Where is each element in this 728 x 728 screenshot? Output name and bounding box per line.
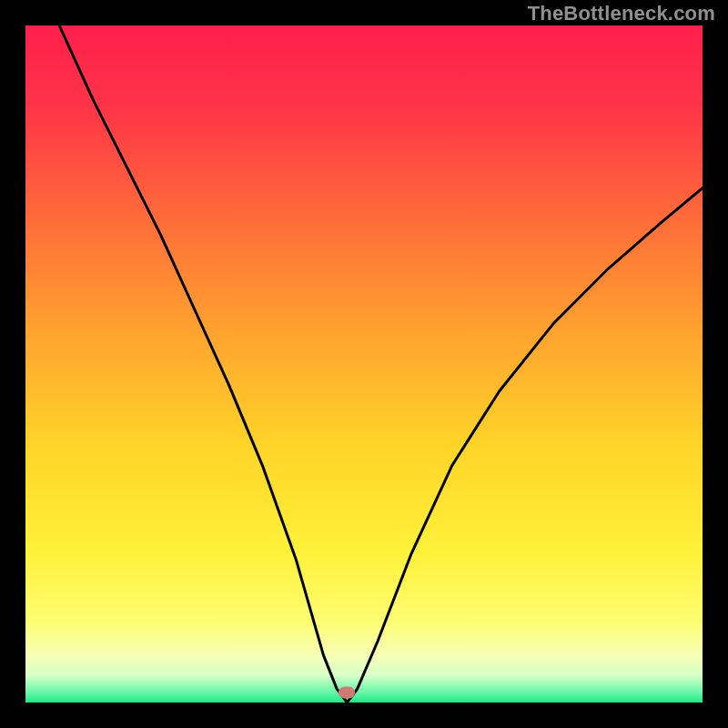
plot-area (25, 25, 703, 703)
bottleneck-curve (25, 25, 703, 703)
watermark-text: TheBottleneck.com (528, 2, 715, 25)
outer-frame: TheBottleneck.com (0, 0, 728, 728)
optimal-point-marker (339, 686, 355, 698)
